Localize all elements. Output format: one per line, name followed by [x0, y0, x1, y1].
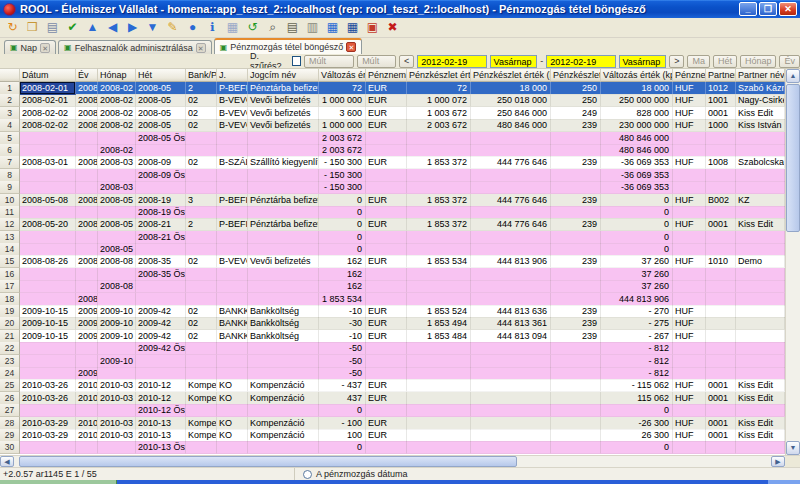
row-number[interactable]: 14 [0, 243, 20, 256]
cell[interactable] [76, 441, 98, 454]
table-row[interactable]: 292010-03-2920102010-032010-13KompenzáKO… [0, 429, 785, 441]
cell[interactable]: 0001 [706, 107, 736, 120]
cell[interactable] [20, 293, 76, 306]
cell[interactable]: - 150 300 [319, 169, 366, 182]
cell[interactable] [706, 355, 736, 368]
cell[interactable] [98, 441, 136, 454]
cell[interactable] [407, 206, 471, 219]
cell[interactable] [551, 342, 601, 355]
table-row[interactable]: 72008-03-0120082008-032008-0902B-SZÁLLÍS… [0, 156, 785, 168]
cell[interactable] [551, 144, 601, 157]
cell[interactable]: 72 [407, 82, 471, 95]
cell[interactable]: -36 069 353 [601, 156, 673, 169]
cell[interactable]: 2010 [76, 392, 98, 405]
cell[interactable]: 115 062 [601, 392, 673, 405]
cell[interactable]: 1 000 072 [407, 94, 471, 107]
row-number[interactable]: 10 [0, 194, 20, 207]
cell[interactable]: Kiss Edit [736, 218, 785, 231]
cell[interactable]: 2010-03 [98, 392, 136, 405]
cell[interactable]: 2010-12 [136, 392, 186, 405]
first-record-icon[interactable]: ▲ [84, 19, 101, 36]
cell[interactable]: 444 813 906 [601, 293, 673, 306]
cell[interactable]: Kiss Edit [736, 417, 785, 430]
cell[interactable] [471, 417, 551, 430]
refresh-icon[interactable]: ↻ [4, 19, 21, 36]
cell[interactable]: 2009 [76, 330, 98, 343]
cell[interactable] [20, 367, 76, 380]
cell[interactable]: Szabolcska Sza [736, 156, 785, 169]
cell[interactable]: KZ [736, 194, 785, 207]
cell[interactable]: 1 853 372 [407, 156, 471, 169]
cell[interactable]: 0001 [706, 379, 736, 392]
cell[interactable] [736, 268, 785, 281]
column-header[interactable]: Partner név [736, 69, 785, 82]
cell[interactable] [471, 132, 551, 145]
cell[interactable]: 2 003 672 [407, 119, 471, 132]
cell[interactable]: 2008 [76, 82, 98, 95]
cell[interactable] [407, 293, 471, 306]
cell[interactable] [20, 144, 76, 157]
cell[interactable]: EUR [366, 417, 407, 430]
cell[interactable]: 2008-05 [136, 119, 186, 132]
cell[interactable]: 2008 [76, 255, 98, 268]
cell[interactable]: B-SZÁLLÍ [217, 156, 248, 169]
cell[interactable] [551, 132, 601, 145]
cell[interactable]: HUF [673, 429, 706, 442]
cell[interactable]: - 812 [601, 367, 673, 380]
month-button[interactable]: Hónap [740, 55, 777, 68]
cell[interactable]: 2009 [76, 367, 98, 380]
next-record-icon[interactable]: ▶ [124, 19, 141, 36]
cell[interactable] [366, 132, 407, 145]
cell[interactable]: Nagy-Csirke Bt [736, 94, 785, 107]
cell[interactable] [706, 280, 736, 293]
row-number[interactable]: 17 [0, 280, 20, 293]
cell[interactable] [217, 367, 248, 380]
cell[interactable]: 0 [319, 243, 366, 256]
cell[interactable]: HUF [673, 107, 706, 120]
column-header[interactable]: Jogcím név [248, 69, 319, 82]
cell[interactable] [736, 441, 785, 454]
cell[interactable]: 2008 [76, 218, 98, 231]
column-header[interactable]: J. [217, 69, 248, 82]
row-number[interactable]: 23 [0, 355, 20, 368]
cell[interactable]: 239 [551, 194, 601, 207]
cell[interactable]: Szállító kiegyenlítése [248, 156, 319, 169]
cell[interactable] [98, 342, 136, 355]
cell[interactable]: 1 853 524 [407, 305, 471, 318]
cell[interactable] [366, 355, 407, 368]
cell[interactable] [217, 268, 248, 281]
print-icon[interactable]: ▥ [304, 19, 321, 36]
cell[interactable] [186, 268, 217, 281]
table-row[interactable]: 122008-05-2020082008-052008-212P-BEFIZEP… [0, 218, 785, 230]
column-header[interactable]: Pénzkészlet érték (kpn) [471, 69, 551, 82]
row-number[interactable]: 4 [0, 119, 20, 132]
cell[interactable]: P-BEFIZE [217, 82, 248, 95]
cell[interactable] [407, 355, 471, 368]
cell[interactable]: Kompenzá [186, 392, 217, 405]
cell[interactable]: 2008-08-26 [20, 255, 76, 268]
cell[interactable]: 0 [601, 404, 673, 417]
summary-row[interactable]: 52008-05 Össz:2 003 672480 846 000 [0, 132, 785, 144]
cell[interactable]: 1 853 534 [407, 255, 471, 268]
cell[interactable] [20, 280, 76, 293]
row-number[interactable]: 6 [0, 144, 20, 157]
cell[interactable] [136, 293, 186, 306]
cell[interactable]: 162 [319, 255, 366, 268]
cell[interactable] [76, 231, 98, 244]
search-icon[interactable]: ⌕ [264, 19, 281, 36]
cell[interactable]: 0 [319, 218, 366, 231]
cell[interactable]: Kompenzáció [248, 379, 319, 392]
summary-row[interactable]: 82008-09 Össz:- 150 300-36 069 353 [0, 169, 785, 181]
cell[interactable]: -26 300 [601, 417, 673, 430]
cell[interactable]: 0 [601, 243, 673, 256]
cell[interactable] [217, 342, 248, 355]
cell[interactable]: 0 [601, 218, 673, 231]
cell[interactable] [20, 355, 76, 368]
cell[interactable] [186, 231, 217, 244]
cell[interactable] [551, 169, 601, 182]
cell[interactable] [407, 392, 471, 405]
cell[interactable]: 2008-19 Össz: [136, 206, 186, 219]
cell[interactable]: EUR [366, 82, 407, 95]
cell[interactable] [407, 404, 471, 417]
cell[interactable]: Szabó Kázmér [736, 82, 785, 95]
